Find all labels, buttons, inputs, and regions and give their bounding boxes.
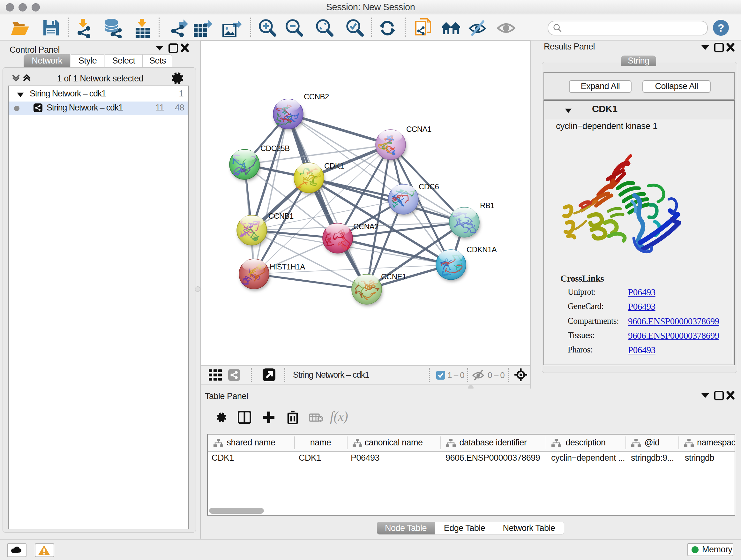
svg-text:CDC6: CDC6 [419,182,439,191]
svg-text:CCNB2: CCNB2 [304,92,329,101]
svg-text:CCNA1: CCNA1 [406,125,431,133]
svg-text:CCNE1: CCNE1 [381,272,406,281]
svg-text:CCNB1: CCNB1 [268,212,293,220]
svg-text:CDC25B: CDC25B [260,144,290,152]
svg-text:CDKN1A: CDKN1A [467,245,497,254]
svg-text:CCNA2: CCNA2 [353,222,379,231]
svg-text:RB1: RB1 [480,201,494,210]
svg-text:HIST1H1A: HIST1H1A [270,262,305,271]
svg-text:CDK1: CDK1 [324,162,344,170]
